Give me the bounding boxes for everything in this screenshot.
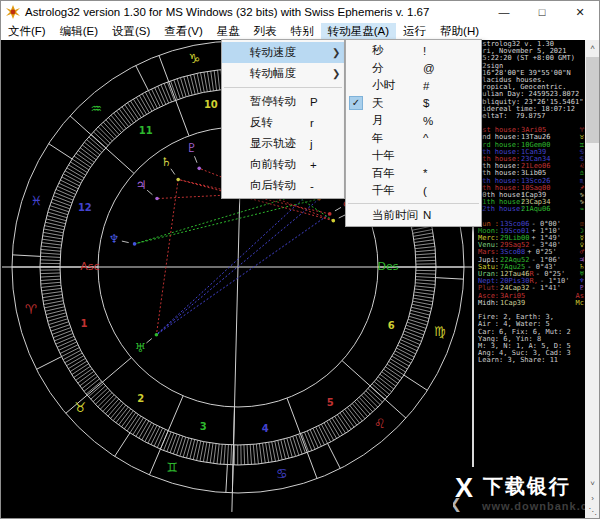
- scroll-right-icon[interactable]: ›: [585, 492, 600, 505]
- planet-dot-Mercury: [332, 219, 336, 223]
- house-number-3: 3: [200, 421, 207, 432]
- submenu-item-shortcut: *: [423, 167, 481, 179]
- menu-item[interactable]: 暂停转动P: [222, 91, 344, 112]
- submenu-item[interactable]: 秒!: [346, 42, 481, 60]
- degree-tick: [180, 437, 186, 456]
- menu-item[interactable]: 转动速度❯: [222, 42, 344, 63]
- submenu-item-shortcut: N: [423, 209, 481, 221]
- submenu-item[interactable]: 当前时间N: [346, 207, 481, 225]
- menubar-item-8[interactable]: 转动星盘(A): [321, 23, 396, 40]
- scrollbar-corner[interactable]: › ⋱: [585, 492, 600, 519]
- menubar-item-2[interactable]: 编辑(E): [53, 23, 105, 40]
- degree-tick: [302, 433, 309, 452]
- degree-tick: [56, 336, 74, 344]
- submenu-item-label: 天: [372, 96, 423, 111]
- planet-pointer: [194, 156, 197, 163]
- menu-item[interactable]: 转动幅度❯: [222, 63, 344, 84]
- submenu-item[interactable]: 年^: [346, 130, 481, 148]
- app-icon: [6, 5, 20, 19]
- degree-tick: [203, 442, 207, 462]
- menubar-item-9[interactable]: 运行: [396, 23, 433, 40]
- close-button[interactable]: ✕: [561, 1, 599, 23]
- degree-tick: [415, 283, 435, 285]
- scroll-up-icon[interactable]: ˄: [585, 40, 600, 56]
- scroll-down-icon[interactable]: ˅: [585, 476, 600, 492]
- degree-tick: [50, 322, 69, 328]
- degree-tick: [41, 253, 61, 254]
- house-number-4: 4: [262, 423, 269, 434]
- menu-item[interactable]: 显示轨迹j: [222, 133, 344, 154]
- submenu-item[interactable]: 千年(: [346, 182, 481, 200]
- degree-tick: [416, 260, 436, 261]
- degree-tick: [227, 445, 228, 465]
- maximize-button[interactable]: □: [523, 1, 561, 23]
- scrollbar-thumb[interactable]: [586, 57, 599, 143]
- degree-tick: [40, 279, 60, 280]
- wheel-planet-Saturn: ♄: [161, 155, 172, 169]
- degree-tick: [413, 229, 433, 233]
- minimize-button[interactable]: —: [485, 1, 523, 23]
- resize-grip-icon[interactable]: ⋱: [585, 505, 600, 518]
- menu-item[interactable]: 反转r: [222, 112, 344, 133]
- menubar-item-4[interactable]: 查看(V): [157, 23, 209, 40]
- degree-tick: [244, 445, 245, 465]
- degree-tick: [55, 193, 74, 201]
- menubar-item-7[interactable]: 特别: [284, 23, 321, 40]
- degree-tick: [220, 444, 222, 464]
- degree-tick: [41, 285, 61, 287]
- planet-value: 1Cap39: [500, 300, 525, 307]
- degree-tick: [402, 337, 420, 345]
- planet-glyph: Mc: [576, 300, 584, 307]
- degree-tick: [403, 334, 422, 342]
- menubar-item-5[interactable]: 星盘: [210, 23, 247, 40]
- menubar-item-1[interactable]: 文件(F): [1, 23, 53, 40]
- degree-tick: [60, 345, 78, 354]
- degree-tick: [307, 431, 315, 449]
- degree-tick: [44, 229, 64, 233]
- client-area: ♈♉♊♋♌♍♎♏♐♑♒♓123456789101112☉☽☿♀♂♃♄♅♆♇Asc…: [1, 40, 599, 519]
- submenu-item[interactable]: 分@: [346, 60, 481, 78]
- submenu-item[interactable]: ✓天$: [346, 95, 481, 113]
- vertical-scrollbar[interactable]: ˄ ˅: [585, 40, 600, 519]
- submenu-item[interactable]: 月%: [346, 112, 481, 130]
- menubar-item-3[interactable]: 设置(S): [105, 23, 157, 40]
- menu-item[interactable]: 向后转动-: [222, 175, 344, 196]
- house-number-12: 12: [78, 202, 92, 213]
- submenu-item-shortcut: %: [423, 115, 481, 127]
- watermark-logo: X: [455, 473, 473, 504]
- menu-item-label: 向后转动: [250, 178, 310, 193]
- degree-tick: [57, 186, 75, 194]
- degree-tick: [416, 280, 436, 281]
- sign-glyph: ♒: [580, 206, 584, 213]
- planet-pointer: [335, 207, 341, 211]
- degree-tick: [167, 82, 174, 101]
- wheel-sign-♍: ♍: [434, 324, 446, 339]
- degree-tick: [40, 273, 60, 274]
- menubar-item-10[interactable]: 帮助(H): [433, 23, 486, 40]
- degree-tick: [416, 277, 436, 278]
- degree-tick: [296, 435, 302, 454]
- degree-tick: [42, 292, 62, 295]
- degree-tick: [211, 71, 214, 91]
- submenu-item-label: 小时: [372, 78, 423, 93]
- house-cusp-line: [287, 398, 317, 479]
- menubar-item-6[interactable]: 列表: [247, 23, 284, 40]
- degree-tick: [53, 331, 72, 338]
- degree-tick: [42, 239, 62, 242]
- panel-text: DeltaT: 79.8757: [478, 113, 545, 120]
- submenu-item[interactable]: 百年*: [346, 165, 481, 183]
- degree-tick: [41, 249, 61, 251]
- submenu-item-label: 十年: [372, 148, 423, 163]
- submenu-item[interactable]: 小时#: [346, 77, 481, 95]
- degree-tick: [154, 428, 162, 446]
- planet-label: Midh:: [478, 300, 500, 307]
- submenu-item-label: 当前时间: [372, 208, 423, 223]
- menu-bar: 文件(F)编辑(E)设置(S)查看(V)星盘列表特别转动星盘(A)运行帮助(H): [1, 23, 599, 40]
- degree-tick: [247, 445, 248, 465]
- degree-tick: [170, 434, 177, 453]
- house-label: 12th house:: [478, 206, 521, 213]
- submenu-item[interactable]: 十年: [346, 147, 481, 165]
- menu-item[interactable]: 向前转动+: [222, 154, 344, 175]
- menu-item-shortcut: +: [310, 159, 332, 171]
- wheel-sign-♉: ♉: [74, 400, 86, 415]
